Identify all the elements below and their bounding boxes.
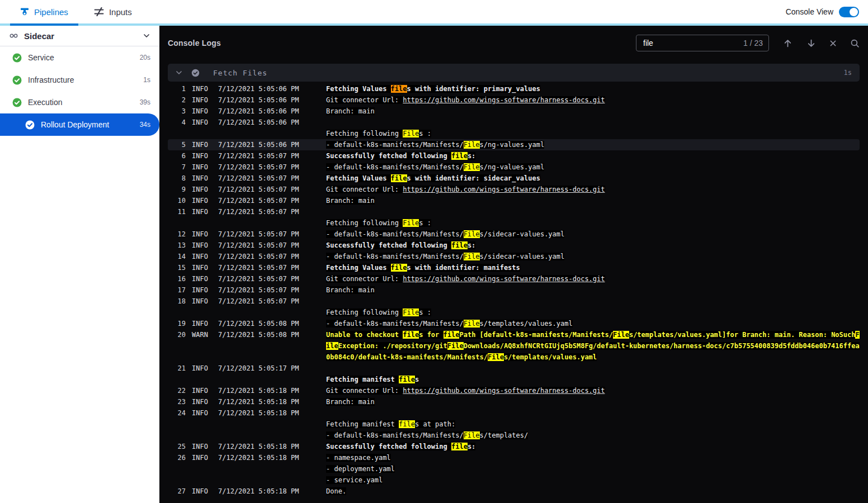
log-row[interactable]: 23INFO7/12/2021 5:05:18 PMBranch: main [168,396,860,407]
log-line-number: 7 [168,162,186,173]
log-row[interactable]: 20WARN7/12/2021 5:05:08 PMUnable to chec… [168,329,860,363]
log-timestamp [218,217,303,229]
log-message: Fetching following Files : [326,128,860,139]
log-timestamp: 7/12/2021 5:05:18 PM [218,396,303,407]
log-row[interactable]: 11INFO7/12/2021 5:05:07 PM [168,206,860,217]
log-row[interactable]: 15INFO7/12/2021 5:05:07 PMFetching Value… [168,262,860,273]
log-message: Branch: main [326,106,860,117]
step-success-icon [191,69,200,77]
log-message: Git connector Url: https://github.com/wi… [326,94,860,106]
log-row[interactable]: 8INFO7/12/2021 5:05:07 PMFetching Values… [168,173,860,184]
log-level: INFO [192,318,212,329]
log-link[interactable]: https://github.com/wings-software/harnes… [403,275,605,283]
log-link[interactable]: https://github.com/wings-software/harnes… [403,387,605,395]
log-row[interactable]: 13INFO7/12/2021 5:05:07 PMSuccessfully f… [168,240,860,251]
log-line-number: 21 [168,363,186,374]
log-text: Unable to checkout [326,331,403,339]
log-row[interactable]: Fetching following Files : [168,128,860,139]
log-row[interactable]: 7INFO7/12/2021 5:05:07 PM- default-k8s-m… [168,162,860,173]
log-timestamp: 7/12/2021 5:05:07 PM [218,273,303,284]
log-row[interactable]: 6INFO7/12/2021 5:05:07 PMSuccessfully fe… [168,150,860,162]
sidebar-item-service[interactable]: Service20s [0,46,159,69]
log-text: Branch: main [326,398,375,406]
step-duration: 34s [140,121,150,129]
log-row[interactable]: 19INFO7/12/2021 5:05:08 PM- default-k8s-… [168,318,860,329]
log-row[interactable]: 17INFO7/12/2021 5:05:07 PMBranch: main [168,284,860,296]
log-timestamp: 7/12/2021 5:05:08 PM [218,329,303,363]
log-row[interactable]: Fetching manifest files [168,374,860,385]
search-highlight: file [444,331,460,339]
log-row[interactable]: Fetching following Files : [168,217,860,229]
log-line-number [168,430,186,441]
log-level: INFO [192,206,212,217]
sidebar-item-infrastructure[interactable]: Infrastructure1s [0,69,159,91]
log-text: Branch: main [326,197,375,205]
pipeline-header[interactable]: Sidecar [0,26,159,46]
log-line-number: 4 [168,117,186,128]
console-view-toggle[interactable] [839,7,859,17]
log-row[interactable]: 27INFO7/12/2021 5:05:18 PMDone. [168,486,860,497]
log-timestamp: 7/12/2021 5:05:07 PM [218,251,303,262]
log-section-header[interactable]: Fetch Files 1s [168,64,860,82]
log-row[interactable]: 9INFO7/12/2021 5:05:07 PMGit connector U… [168,184,860,195]
log-timestamp [218,419,303,430]
search-highlight: file [451,443,468,450]
chevron-down-icon[interactable] [176,69,182,76]
log-message: Branch: main [326,284,860,296]
log-row[interactable]: 22INFO7/12/2021 5:05:18 PMGit connector … [168,385,860,396]
log-row[interactable]: 2INFO7/12/2021 5:05:06 PMGit connector U… [168,94,860,106]
log-row[interactable]: 5INFO7/12/2021 5:05:06 PM- default-k8s-m… [168,139,860,150]
log-row[interactable]: 14INFO7/12/2021 5:05:07 PM- default-k8s-… [168,251,860,262]
log-row[interactable]: 12INFO7/12/2021 5:05:07 PM- default-k8s-… [168,229,860,240]
log-line-number: 12 [168,229,186,240]
log-row[interactable]: 25INFO7/12/2021 5:05:18 PMSuccessfully f… [168,441,860,452]
log-level [192,307,212,318]
status-success-icon [12,98,22,107]
log-row[interactable]: 1INFO7/12/2021 5:05:06 PMFetching Values… [168,83,860,94]
log-text: s/ng-values.yaml [480,141,545,149]
log-row[interactable]: 21INFO7/12/2021 5:05:17 PM [168,363,860,374]
log-level: INFO [192,396,212,407]
search-input[interactable] [642,38,715,48]
log-text: Successfully fetched following [326,152,451,160]
log-timestamp: 7/12/2021 5:05:06 PM [218,94,303,106]
tab-inputs[interactable]: Inputs [84,0,142,23]
log-level: INFO [192,106,212,117]
log-row[interactable]: Fetching following Files : [168,307,860,318]
sidebar-steps: Service20sInfrastructure1sExecution39sRo… [0,46,159,136]
prev-match-button[interactable] [783,39,792,48]
sidebar-item-rollout-deployment[interactable]: Rollout Deployment34s [0,113,159,136]
log-row[interactable]: 18INFO7/12/2021 5:05:07 PM [168,296,860,307]
log-text: Fetching Values [326,85,391,93]
log-row[interactable]: - default-k8s-manifests/Manifests/Files/… [168,430,860,441]
log-row[interactable]: - service.yaml [168,474,860,486]
log-row[interactable]: 16INFO7/12/2021 5:05:07 PMGit connector … [168,273,860,284]
log-link[interactable]: https://github.com/wings-software/harnes… [403,186,605,193]
console-view-label: Console View [786,7,833,16]
log-row[interactable]: - deployment.yaml [168,463,860,474]
log-level [192,374,212,385]
sidebar: Sidecar Service20sInfrastructure1sExecut… [0,26,159,503]
log-row[interactable]: 10INFO7/12/2021 5:05:07 PMBranch: main [168,195,860,206]
next-match-button[interactable] [806,39,816,48]
tab-pipelines[interactable]: Pipelines [10,0,78,23]
search-box[interactable]: 1 / 23 [636,35,769,51]
log-text: s: [468,241,475,249]
log-text: Path [default-k8s-manifests/Manifests/ [459,331,613,339]
log-message: Successfully fetched following files: [326,150,860,162]
log-message: Git connector Url: https://github.com/wi… [326,273,860,284]
log-row[interactable]: 4INFO7/12/2021 5:05:06 PM [168,117,860,128]
log-message: Git connector Url: https://github.com/wi… [326,385,860,396]
log-line-number: 11 [168,206,186,217]
log-line-number: 10 [168,195,186,206]
log-text: s: [468,152,475,160]
log-row[interactable]: Fetching manifest files at path: [168,419,860,430]
log-row[interactable]: 26INFO7/12/2021 5:05:18 PM- namespace.ya… [168,452,860,463]
log-row[interactable]: 24INFO7/12/2021 5:05:18 PM [168,407,860,419]
clear-search-button[interactable] [830,40,836,46]
sidebar-item-execution[interactable]: Execution39s [0,91,159,113]
log-link[interactable]: https://github.com/wings-software/harnes… [403,96,605,104]
log-row[interactable]: 3INFO7/12/2021 5:05:06 PMBranch: main [168,106,860,117]
chevron-down-icon[interactable] [143,32,150,40]
search-icon[interactable] [850,39,860,48]
